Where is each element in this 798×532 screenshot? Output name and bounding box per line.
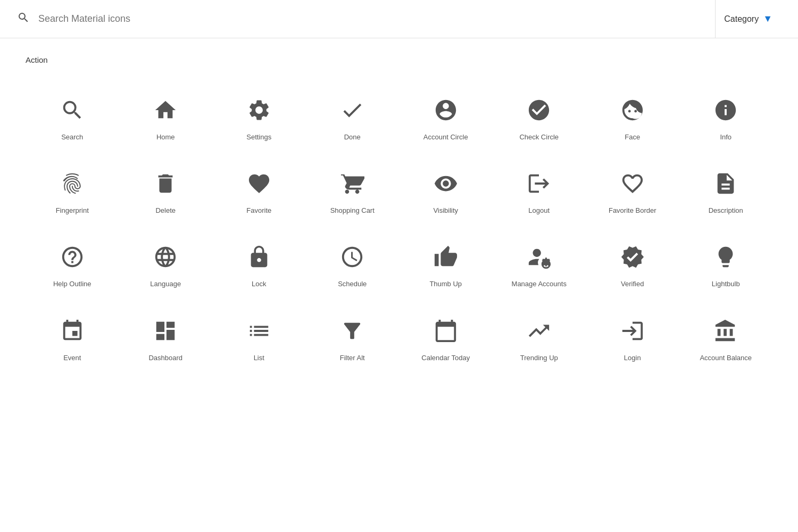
icon-label-check_circle: Check Circle xyxy=(519,132,559,142)
icon-label-delete: Delete xyxy=(155,206,176,215)
icon-label-fingerprint: Fingerprint xyxy=(56,206,89,215)
icon-item-delete[interactable]: Delete xyxy=(119,155,213,228)
lightbulb-icon xyxy=(712,243,739,271)
icon-label-account_circle: Account Circle xyxy=(423,132,468,142)
icon-label-info: Info xyxy=(720,132,732,142)
icon-item-event[interactable]: Event xyxy=(26,302,119,376)
icon-label-dashboard: Dashboard xyxy=(148,353,182,363)
icon-item-info[interactable]: Info xyxy=(679,81,773,155)
icon-item-filter_alt[interactable]: Filter Alt xyxy=(306,302,400,376)
icon-item-search[interactable]: Search xyxy=(26,81,119,155)
chevron-down-icon: ▼ xyxy=(763,13,772,24)
icon-item-check_circle[interactable]: Check Circle xyxy=(493,81,586,155)
face-icon xyxy=(619,96,646,124)
icon-label-calendar_today: Calendar Today xyxy=(421,353,470,363)
icon-item-trending_up[interactable]: Trending Up xyxy=(493,302,586,376)
icon-item-account_circle[interactable]: Account Circle xyxy=(399,81,493,155)
icon-label-schedule: Schedule xyxy=(338,279,367,289)
icon-label-lock: Lock xyxy=(252,279,266,289)
icon-label-done: Done xyxy=(344,132,361,142)
logout-icon xyxy=(525,170,553,197)
icon-item-verified[interactable]: Verified xyxy=(586,228,679,302)
icon-item-login[interactable]: Login xyxy=(586,302,679,376)
icon-label-home: Home xyxy=(156,132,175,142)
icon-item-settings[interactable]: Settings xyxy=(212,81,306,155)
icon-item-dashboard[interactable]: Dashboard xyxy=(119,302,213,376)
icon-item-shopping_cart[interactable]: Shopping Cart xyxy=(306,155,400,228)
check_circle-icon xyxy=(525,96,553,124)
icon-item-favorite[interactable]: Favorite xyxy=(212,155,306,228)
account_balance-icon xyxy=(712,317,739,345)
help_outline-icon xyxy=(59,243,86,271)
section-title: Action xyxy=(26,55,772,64)
icon-label-language: Language xyxy=(150,279,181,289)
icon-item-manage_accounts[interactable]: Manage Accounts xyxy=(493,228,586,302)
search-icon xyxy=(17,11,30,27)
event-icon xyxy=(59,317,86,345)
visibility-icon xyxy=(432,170,460,197)
icon-item-fingerprint[interactable]: Fingerprint xyxy=(26,155,119,228)
icon-item-lock[interactable]: Lock xyxy=(212,228,306,302)
icon-item-account_balance[interactable]: Account Balance xyxy=(679,302,773,376)
icon-label-search: Search xyxy=(61,132,83,142)
search-icon xyxy=(59,96,86,124)
icon-label-login: Login xyxy=(624,353,641,363)
icon-label-filter_alt: Filter Alt xyxy=(340,353,365,363)
icon-label-logout: Logout xyxy=(528,206,550,215)
favorite_border-icon xyxy=(619,170,646,197)
icon-item-language[interactable]: Language xyxy=(119,228,213,302)
icon-label-visibility: Visibility xyxy=(433,206,458,215)
home-icon xyxy=(152,96,179,124)
manage_accounts-icon xyxy=(525,243,553,271)
schedule-icon xyxy=(338,243,366,271)
main-content: Action SearchHomeSettingsDoneAccount Cir… xyxy=(0,38,798,393)
icon-label-event: Event xyxy=(63,353,81,363)
settings-icon xyxy=(245,96,273,124)
icon-label-verified: Verified xyxy=(621,279,644,289)
icon-label-account_balance: Account Balance xyxy=(700,353,752,363)
icon-label-list: List xyxy=(254,353,264,363)
list-icon xyxy=(245,317,273,345)
lock-icon xyxy=(245,243,273,271)
filter_alt-icon xyxy=(338,317,366,345)
shopping_cart-icon xyxy=(338,170,366,197)
verified-icon xyxy=(619,243,646,271)
category-button[interactable]: Category ▼ xyxy=(715,0,781,38)
description-icon xyxy=(712,170,739,197)
thumb_up-icon xyxy=(432,243,460,271)
icon-item-visibility[interactable]: Visibility xyxy=(399,155,493,228)
icon-label-favorite: Favorite xyxy=(246,206,271,215)
icon-item-description[interactable]: Description xyxy=(679,155,773,228)
icon-item-done[interactable]: Done xyxy=(306,81,400,155)
language-icon xyxy=(152,243,179,271)
icon-item-schedule[interactable]: Schedule xyxy=(306,228,400,302)
done-icon xyxy=(338,96,366,124)
delete-icon xyxy=(152,170,179,197)
icon-item-calendar_today[interactable]: Calendar Today xyxy=(399,302,493,376)
search-area xyxy=(17,11,715,27)
favorite-icon xyxy=(245,170,273,197)
icon-item-thumb_up[interactable]: Thumb Up xyxy=(399,228,493,302)
dashboard-icon xyxy=(152,317,179,345)
icon-item-lightbulb[interactable]: Lightbulb xyxy=(679,228,773,302)
icon-label-thumb_up: Thumb Up xyxy=(429,279,462,289)
icon-item-help_outline[interactable]: Help Outline xyxy=(26,228,119,302)
icon-item-list[interactable]: List xyxy=(212,302,306,376)
icon-label-favorite_border: Favorite Border xyxy=(609,206,656,215)
icon-label-settings: Settings xyxy=(246,132,271,142)
icon-item-logout[interactable]: Logout xyxy=(493,155,586,228)
category-label: Category xyxy=(724,14,759,24)
trending_up-icon xyxy=(525,317,553,345)
icon-item-face[interactable]: Face xyxy=(586,81,679,155)
login-icon xyxy=(619,317,646,345)
icon-label-shopping_cart: Shopping Cart xyxy=(330,206,375,215)
icon-label-trending_up: Trending Up xyxy=(520,353,558,363)
icon-label-face: Face xyxy=(625,132,640,142)
fingerprint-icon xyxy=(59,170,86,197)
icon-item-home[interactable]: Home xyxy=(119,81,213,155)
icon-label-lightbulb: Lightbulb xyxy=(712,279,740,289)
icon-label-manage_accounts: Manage Accounts xyxy=(512,279,567,289)
icon-item-favorite_border[interactable]: Favorite Border xyxy=(586,155,679,228)
icon-label-help_outline: Help Outline xyxy=(53,279,92,289)
search-input[interactable] xyxy=(38,13,715,24)
